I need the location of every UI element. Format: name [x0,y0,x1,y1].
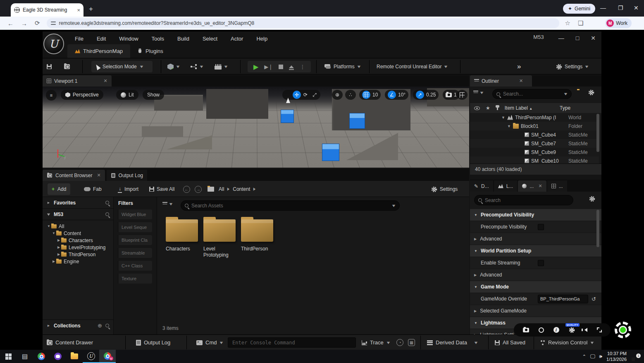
outliner-row[interactable]: SM_Cube7 StaticMe [470,139,599,148]
add-actor-dropdown[interactable]: +▼ [167,61,180,72]
select-tool-icon[interactable] [284,92,293,98]
filter-pill[interactable]: Widget Blue [117,209,152,219]
menu-item[interactable]: Build [172,34,194,43]
search-icon[interactable] [105,324,109,327]
create-folder-button[interactable] [577,90,579,96]
revision-control-dropdown[interactable]: Revision Control ▼ [540,335,594,350]
speaker-icon[interactable] [584,328,587,332]
site-settings-icon[interactable] [51,21,56,25]
add-button[interactable]: + Add [48,183,70,195]
derived-data-dropdown[interactable]: Derived Data ▼ [427,335,478,350]
taskbar-chrome-icon[interactable] [33,350,50,363]
all-saved-button[interactable]: All Saved [495,335,525,350]
settings-row[interactable]: Advanced [470,269,601,281]
tree-expander-icon[interactable]: ▼ [47,224,51,228]
platforms-dropdown[interactable]: Platforms ▼ [324,61,361,72]
taskbar-github-icon[interactable] [50,350,66,363]
trace-dropdown[interactable]: Trace ▼ [362,335,390,350]
asset-folder[interactable]: ThirdPerson [241,219,277,252]
outliner-filter-button[interactable]: ▼ [473,91,484,95]
perspective-dropdown[interactable]: Perspective [61,90,103,100]
tree-item[interactable]: ▼ All [43,223,113,230]
collections-section[interactable]: ▼ Collections ⊕ [43,320,113,331]
asset-folder[interactable]: Level Prototyping [203,219,239,258]
tab-output-log[interactable]: Output Log [107,170,147,181]
menu-item[interactable]: Actor [226,34,248,43]
selection-mode-dropdown[interactable]: Selection Mode ▼ [91,61,153,72]
frame-skip-button[interactable]: ▶❘ [264,64,273,70]
scale-snap-control[interactable]: ↗ 0.25 [413,90,439,100]
surface-snapping-icon[interactable]: ∴ [345,90,356,100]
new-tab-button[interactable]: + [89,5,93,12]
blue-cube[interactable] [322,144,339,161]
play-options-icon[interactable]: ⋮ [300,64,305,70]
search-assets-input[interactable]: Search Assets ▼ [181,200,400,211]
browser-minimize-button[interactable]: — [600,5,606,11]
start-button[interactable] [0,350,17,363]
details-search-input[interactable]: Search [474,195,573,205]
taskbar-explorer-icon[interactable] [66,350,83,363]
tab-content-browser[interactable]: Content Browser ✕ [43,170,105,181]
browser-close-button[interactable]: ✕ [634,5,639,11]
menu-item[interactable]: Select [198,34,222,43]
tab-thirdpersonmap[interactable]: ThirdPersonMap [67,44,130,58]
pin-icon[interactable] [497,106,498,110]
rotation-snap-control[interactable]: ∠ 10° [385,90,408,100]
filter-pill[interactable]: Level Seque [117,222,152,232]
tab-extra-panel[interactable]: ... [547,180,567,192]
tray-expand-icon[interactable]: ⌃ [582,354,586,359]
forward-icon[interactable]: → [21,20,27,27]
expander-icon[interactable]: ▼ [470,115,506,120]
tree-item[interactable]: ▶ ThirdPerson [43,251,113,258]
settings-row[interactable]: GameMode Override BP_ThirdPersonGa [470,293,601,305]
ue-close-button[interactable]: ✕ [591,35,596,41]
favorite-star-icon[interactable]: ★ [486,105,490,111]
ue-maximize-button[interactable]: □ [576,35,579,41]
menu-item[interactable]: Edit [92,34,111,43]
breadcrumb-all[interactable]: All [219,186,224,192]
column-item-label[interactable]: Item Label ▲ [505,105,532,111]
lit-dropdown[interactable]: Lit [116,90,138,100]
setting-value[interactable] [538,224,544,230]
content-browser-settings-button[interactable]: Settings [431,183,458,195]
breadcrumb-content[interactable]: Content [233,186,250,192]
settings-row[interactable]: Precomputed Visibility [470,209,601,221]
filter-pill[interactable]: Texture [117,274,152,284]
tree-item[interactable]: ▶ LevelPrototyping [43,244,113,251]
details-scrollbar[interactable] [596,210,599,247]
cmd-dropdown[interactable]: Cmd ▼ [196,335,223,350]
viewport-tab-close-icon[interactable]: ✕ [103,78,107,84]
info-icon[interactable]: i [553,327,559,333]
network-icon[interactable]: 🖵 [590,353,595,359]
settings-row[interactable]: Advanced [470,233,601,245]
grid-snap-control[interactable]: 10 [359,90,381,100]
tab-outliner[interactable]: Outliner ✕ [470,75,532,87]
outliner-tab-close-icon[interactable]: ✕ [519,78,523,84]
world-settings-close-icon[interactable]: ✕ [538,183,542,189]
tab-close-icon[interactable]: × [77,7,80,13]
menu-item[interactable]: Help [251,34,272,43]
column-type[interactable]: Type [560,105,570,111]
search-icon[interactable] [105,212,109,216]
filter-pill[interactable]: Streamable [117,248,152,258]
menu-item[interactable]: Tools [147,34,169,43]
output-log-button[interactable]: Output Log [136,335,170,350]
save-all-button[interactable]: Save All [149,183,174,195]
tab-plugins[interactable]: Plugins [130,44,171,58]
browser-restore-button[interactable]: ❐ [618,5,623,11]
asset-folder[interactable]: Characters [166,219,201,252]
tree-expander-icon[interactable]: ▶ [57,238,61,242]
screenshot-camera-icon[interactable] [523,328,529,332]
project-section[interactable]: ▼ M53 [43,209,113,220]
viewport-options-menu[interactable]: ≡ [46,90,57,101]
content-drawer-button[interactable]: Content Drawer [47,335,93,350]
filter-pill[interactable]: Blueprint Cla [117,235,152,245]
settings-row[interactable]: Enable Streaming [470,257,601,269]
menu-item[interactable]: Window [114,34,143,43]
rotate-tool-icon[interactable]: ⟳ [301,92,310,98]
gemini-button[interactable]: ✦ Gemini [563,4,595,14]
tab-details[interactable]: ✎ D... [470,180,493,192]
task-view-button[interactable]: ▤ [17,350,33,363]
browse-content-button[interactable] [64,61,70,72]
tree-item[interactable]: ▼ Content [43,230,113,237]
